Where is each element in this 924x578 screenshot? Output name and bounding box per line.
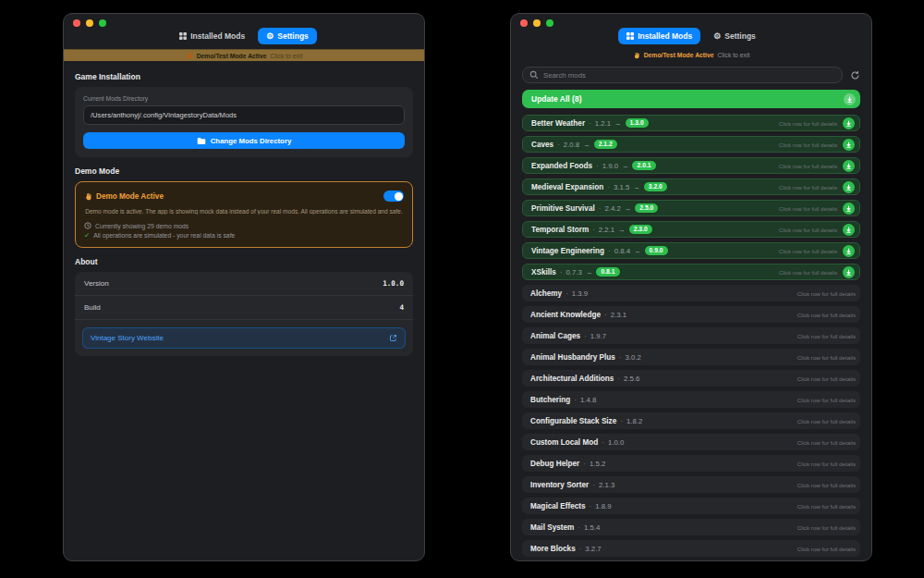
separator: · xyxy=(584,332,587,340)
refresh-button[interactable] xyxy=(850,70,860,80)
tab-bar: Installed Mods ⚙ Settings xyxy=(618,28,764,44)
mod-row[interactable]: Butchering · 1.4.8 → Click row for full … xyxy=(522,391,860,408)
mod-row[interactable]: Animal Cages · 1.9.7 → Click row for ful… xyxy=(522,327,860,344)
minimize-button[interactable] xyxy=(533,19,541,27)
demo-card-title-row: Demo Mode Active xyxy=(84,192,164,201)
check-icon: ✓ xyxy=(84,232,90,239)
minimize-button[interactable] xyxy=(86,19,93,27)
arrow-right-icon: → xyxy=(614,119,622,128)
mods-window: Installed Mods ⚙ Settings Demo/Test Mode… xyxy=(510,13,872,561)
game-installation-card: Current Mods Directory /Users/anthonyj/.… xyxy=(75,87,413,157)
separator: · xyxy=(579,545,582,553)
close-button[interactable] xyxy=(73,19,80,27)
details-hint: Click row for full details xyxy=(797,418,856,424)
change-directory-button[interactable]: Change Mods Directory xyxy=(83,132,405,149)
mod-row[interactable]: Magical Effects · 1.8.9 → Click row for … xyxy=(522,498,860,514)
mod-row[interactable]: XSkills · 0.7.3 → 0.8.1 Click row for fu… xyxy=(522,264,860,280)
mod-current-version: 2.4.2 xyxy=(604,204,620,213)
grid-icon xyxy=(626,32,634,40)
mod-current-version: 3.2.7 xyxy=(585,545,601,553)
mod-name: Medieval Expansion xyxy=(531,183,603,191)
separator: · xyxy=(607,183,610,191)
download-update-button[interactable] xyxy=(843,266,855,278)
window-controls xyxy=(520,19,553,27)
mod-row[interactable]: Alchemy · 1.3.9 → Click row for full det… xyxy=(522,285,860,301)
separator: · xyxy=(589,119,591,128)
mod-row[interactable]: Expanded Foods · 1.9.0 → 2.0.1 Click row… xyxy=(522,157,860,174)
separator: · xyxy=(557,141,560,149)
details-hint: Click row for full details xyxy=(797,397,856,403)
mod-name: More Blocks xyxy=(530,545,576,553)
mod-row[interactable]: Temporal Storm · 2.2.1 → 2.3.0 Click row… xyxy=(522,221,860,238)
tab-label: Installed Mods xyxy=(190,31,245,41)
close-button[interactable] xyxy=(520,19,528,27)
details-hint: Click row for full details xyxy=(779,227,837,233)
mod-row[interactable]: Mail System · 1.5.4 → Click row for full… xyxy=(522,519,860,535)
mod-name: Animal Cages xyxy=(530,332,580,340)
mod-row[interactable]: Better Weather · 1.2.1 → 1.3.0 Click row… xyxy=(522,115,860,131)
mod-name: Architectural Additions xyxy=(530,375,614,383)
demo-mode-banner[interactable]: Demo/Test Mode Active Click to exit xyxy=(511,49,871,61)
mod-row[interactable]: Configurable Stack Size · 1.8.2 → Click … xyxy=(522,412,860,429)
mod-name: Animal Husbandry Plus xyxy=(530,353,615,362)
mods-directory-input[interactable]: /Users/anthonyj/.config/VintagestoryData… xyxy=(83,105,405,125)
separator: · xyxy=(617,375,620,383)
zoom-button[interactable] xyxy=(546,19,553,27)
demo-mode-card: Demo Mode Active Demo mode is active. Th… xyxy=(75,181,413,248)
new-version-badge: 3.2.0 xyxy=(644,182,667,191)
mod-row[interactable]: Debug Helper · 1.5.2 → Click row for ful… xyxy=(522,455,860,472)
zoom-button[interactable] xyxy=(99,19,106,27)
download-update-button[interactable] xyxy=(843,181,855,193)
mod-name: Alchemy xyxy=(530,289,562,298)
external-link-icon xyxy=(389,334,397,342)
demo-mode-banner[interactable]: Demo/Test Mode Active Click to exit xyxy=(64,49,424,61)
mod-row[interactable]: Vintage Engineering · 0.8.4 → 0.9.0 Clic… xyxy=(522,242,860,259)
website-link[interactable]: Vintage Story Website xyxy=(82,327,406,349)
download-update-button[interactable] xyxy=(843,160,855,172)
details-hint: Click row for full details xyxy=(797,503,856,510)
hand-icon xyxy=(633,52,640,59)
mod-row[interactable]: More Blocks · 3.2.7 → Click row for full… xyxy=(522,540,860,557)
mod-current-version: 1.4.8 xyxy=(580,396,596,404)
window-controls xyxy=(73,19,106,27)
download-update-button[interactable] xyxy=(843,139,855,151)
download-update-button[interactable] xyxy=(843,203,855,215)
download-update-button[interactable] xyxy=(843,117,855,129)
new-version-badge: 0.8.1 xyxy=(596,267,619,277)
tab-settings[interactable]: ⚙ Settings xyxy=(258,28,317,44)
tab-settings[interactable]: ⚙ Settings xyxy=(705,28,764,44)
mod-row[interactable]: Architectural Additions · 2.5.6 → Click … xyxy=(522,370,860,387)
demo-safe-text: All operations are simulated - your real… xyxy=(93,232,235,239)
new-version-badge: 0.9.0 xyxy=(645,246,668,255)
mod-current-version: 2.1.3 xyxy=(599,481,614,489)
mod-row[interactable]: Inventory Sorter · 2.1.3 → Click row for… xyxy=(522,476,860,493)
mod-name: Debug Helper xyxy=(530,460,579,468)
details-hint: Click row for full details xyxy=(779,120,837,127)
mod-row[interactable]: Medieval Expansion · 3.1.5 → 3.2.0 Click… xyxy=(522,178,860,195)
separator: · xyxy=(590,502,592,510)
tab-installed-mods[interactable]: Installed Mods xyxy=(171,28,253,44)
mod-row[interactable]: Custom Local Mod · 1.0.0 → Click row for… xyxy=(522,434,860,450)
gear-icon: ⚙ xyxy=(266,32,274,40)
details-hint: Click row for full details xyxy=(797,375,856,382)
download-update-button[interactable] xyxy=(843,245,855,257)
mod-current-version: 1.5.4 xyxy=(584,523,600,532)
section-heading-game-installation: Game Installation xyxy=(75,72,413,81)
update-all-button[interactable]: Update All (8) xyxy=(522,90,860,108)
download-update-button[interactable] xyxy=(843,224,855,236)
arrow-right-icon: → xyxy=(633,183,640,191)
mod-row[interactable]: Primitive Survival · 2.4.2 → 2.5.0 Click… xyxy=(522,200,860,216)
tab-installed-mods[interactable]: Installed Mods xyxy=(618,28,700,44)
search-input[interactable] xyxy=(543,71,835,80)
demo-mode-toggle[interactable] xyxy=(383,191,404,202)
mod-row[interactable]: Caves · 2.0.8 → 2.1.2 Click row for full… xyxy=(522,136,860,153)
demo-info-safe: ✓ All operations are simulated - your re… xyxy=(84,232,404,239)
tab-label: Installed Mods xyxy=(638,31,692,41)
search-box xyxy=(522,67,843,83)
mod-row[interactable]: Ancient Knowledge · 2.3.1 → Click row fo… xyxy=(522,306,860,323)
arrow-right-icon: → xyxy=(583,141,590,149)
mod-row[interactable]: Animal Husbandry Plus · 3.0.2 → Click ro… xyxy=(522,349,860,365)
details-hint: Click row for full details xyxy=(797,482,856,488)
clock-icon xyxy=(84,222,91,229)
settings-window: Installed Mods ⚙ Settings Demo/Test Mode… xyxy=(63,13,425,561)
